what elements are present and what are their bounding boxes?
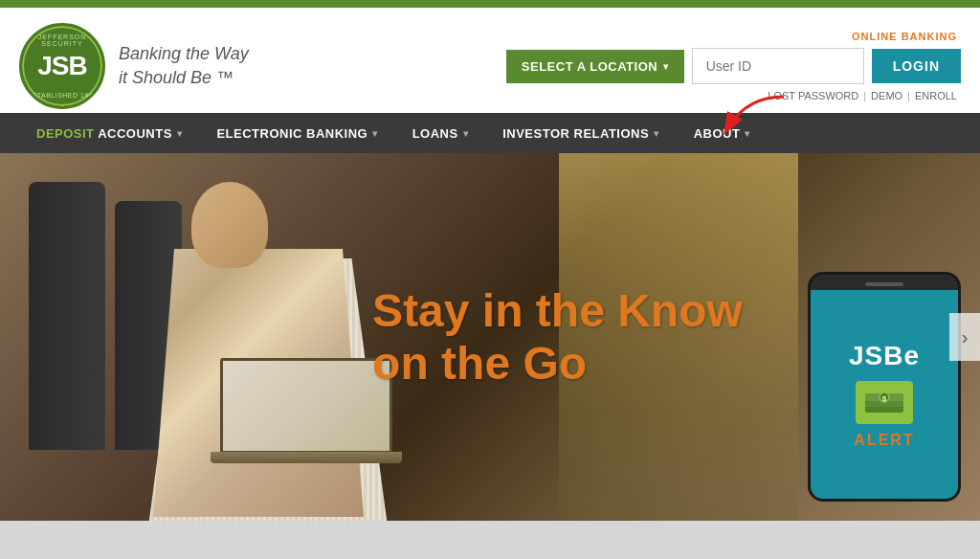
electronic-banking-label: ELECTRONIC BANKING — [216, 126, 368, 141]
select-location-button[interactable]: SELECT A LOCATION ▾ — [506, 50, 684, 83]
header-links: LOST PASSWORD | DEMO | ENROLL — [768, 90, 957, 101]
laptop-screen — [220, 358, 392, 454]
navigation-bar: DEPOSIT ACCOUNTS ▾ ELECTRONIC BANKING ▾ … — [0, 113, 980, 153]
hero-title: Stay in the Know on the Go — [372, 284, 743, 390]
tagline-line2: it Should Be ™ — [119, 66, 249, 90]
select-location-label: SELECT A LOCATION — [522, 59, 657, 74]
device-money-icon: $ — [856, 381, 913, 424]
header-controls: SELECT A LOCATION ▾ LOGIN — [506, 48, 961, 84]
tagline-line1: Banking the Way — [119, 42, 249, 66]
loans-label: LOANS — [412, 126, 458, 141]
demo-link[interactable]: DEMO — [871, 90, 902, 101]
loans-chevron-icon: ▾ — [463, 128, 469, 139]
nav-deposit-accounts[interactable]: DEPOSIT ACCOUNTS ▾ — [19, 113, 199, 153]
laptop-base — [211, 452, 402, 463]
header: JEFFERSON SECURITY JSB ESTABLISHED 1869 … — [0, 8, 980, 113]
nav-electronic-banking[interactable]: ELECTRONIC BANKING ▾ — [199, 113, 394, 153]
logo-jsb: JSB — [37, 53, 86, 79]
deposit-accounts-label: DEPOSIT ACCOUNTS — [36, 126, 172, 141]
nav-loans[interactable]: LOANS ▾ — [395, 113, 486, 153]
enroll-link[interactable]: ENROLL — [915, 90, 957, 101]
device-screen: JSBe $ ALERT — [811, 290, 958, 499]
header-right: ONLINE BANKING SELECT A LOCATION ▾ LOGIN… — [506, 31, 961, 101]
login-button[interactable]: LOGIN — [872, 49, 961, 83]
carousel-next-button[interactable]: › — [949, 313, 980, 361]
online-banking-label: ONLINE BANKING — [852, 31, 957, 42]
user-id-input[interactable] — [692, 48, 864, 84]
device-brand-label: JSBe — [849, 341, 920, 371]
hero-title-line2: on the Go — [372, 338, 587, 389]
hero-text: Stay in the Know on the Go — [372, 284, 743, 390]
logo-circle-inner: JEFFERSON SECURITY JSB ESTABLISHED 1869 — [22, 26, 102, 106]
device-speaker — [865, 282, 903, 286]
device-alert-label: ALERT — [854, 432, 914, 449]
deposit-accounts-chevron-icon: ▾ — [177, 128, 183, 139]
nav-investor-relations[interactable]: INVESTOR RELATIONS ▾ — [485, 113, 676, 153]
arrow-annotation — [717, 92, 793, 144]
tagline: Banking the Way it Should Be ™ — [119, 42, 249, 90]
hero-device: JSBe $ ALERT — [808, 272, 961, 502]
logo-arc-top: JEFFERSON SECURITY — [24, 34, 100, 47]
hero-section: Stay in the Know on the Go JSBe $ — [0, 153, 980, 521]
logo-circle: JEFFERSON SECURITY JSB ESTABLISHED 1869 — [19, 23, 105, 109]
carousel-next-icon: › — [962, 326, 969, 348]
chair-back-left — [29, 182, 105, 450]
person-head — [191, 182, 268, 268]
divider1: | — [863, 90, 866, 101]
top-accent-bar — [0, 0, 980, 8]
hero-title-line1: Stay in the Know — [372, 285, 743, 336]
logo-area: JEFFERSON SECURITY JSB ESTABLISHED 1869 … — [19, 23, 249, 109]
electronic-banking-chevron-icon: ▾ — [372, 128, 378, 139]
logo-arc-bottom: ESTABLISHED 1869 — [24, 92, 100, 99]
svg-text:$: $ — [882, 394, 887, 403]
divider2: | — [907, 90, 910, 101]
investor-relations-label: INVESTOR RELATIONS — [502, 126, 649, 141]
investor-relations-chevron-icon: ▾ — [654, 128, 659, 139]
select-location-chevron-icon: ▾ — [663, 61, 669, 72]
